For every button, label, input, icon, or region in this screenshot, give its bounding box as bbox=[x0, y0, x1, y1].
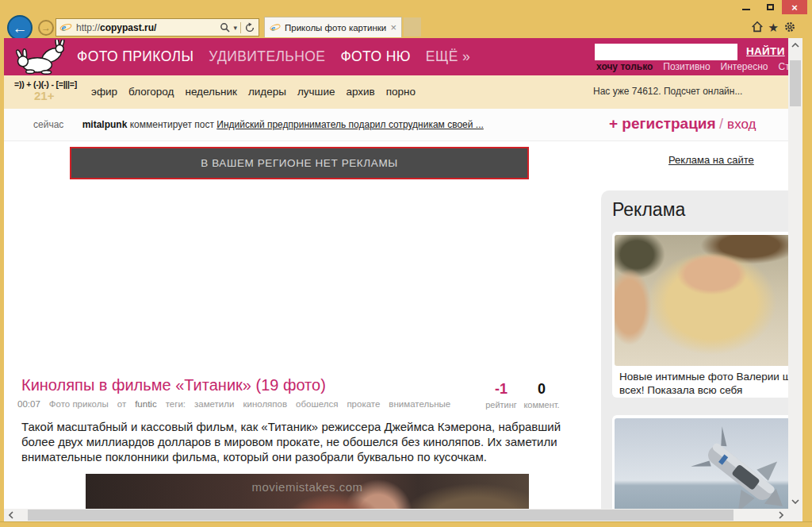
maximize-button[interactable] bbox=[758, 0, 782, 14]
photo-watermark: moviemistakes.com bbox=[86, 480, 529, 494]
ad-photo-woman[interactable] bbox=[615, 235, 788, 366]
menu-item-udivitelnoe[interactable]: УДИВИТЕЛЬНОЕ bbox=[209, 48, 325, 65]
browser-tab[interactable]: e Приколы фото картинки ... × bbox=[264, 17, 402, 37]
register-link[interactable]: + регистрация bbox=[609, 115, 716, 132]
visitors-counter: Нас уже 74612. Подсчет онлайн... bbox=[593, 86, 742, 97]
rating-label: рейтинг bbox=[480, 400, 523, 410]
subnav-item-lidery[interactable]: лидеры bbox=[248, 86, 286, 98]
site-header: ФОТО ПРИКОЛЫ УДИВИТЕЛЬНОЕ ФОТО НЮ ЕЩЁ » … bbox=[4, 38, 788, 75]
refresh-icon[interactable] bbox=[244, 22, 255, 33]
back-button[interactable]: ← bbox=[7, 15, 33, 40]
vertical-scroll-thumb[interactable] bbox=[790, 60, 801, 106]
new-tab-button[interactable] bbox=[404, 17, 421, 37]
menu-item-more[interactable]: ЕЩЁ » bbox=[426, 48, 470, 65]
minimize-button[interactable] bbox=[734, 0, 758, 14]
scroll-right-arrow[interactable] bbox=[774, 509, 788, 521]
sidebar-ad-1[interactable]: Новые интимные фото Валерии шокирова все… bbox=[612, 232, 788, 398]
article-author[interactable]: funtic bbox=[135, 399, 157, 409]
maximize-icon bbox=[767, 4, 774, 10]
url-text[interactable]: http://copypast.ru/ bbox=[76, 22, 220, 33]
article-tag[interactable]: заметили bbox=[194, 399, 234, 409]
site-slogan: =)) + (-)(-) - [=|||=] bbox=[14, 79, 77, 89]
scroll-up-arrow[interactable] bbox=[788, 38, 802, 52]
subnav-item-arhiv[interactable]: архив bbox=[346, 86, 374, 98]
search-input[interactable] bbox=[595, 44, 737, 60]
article-tag[interactable]: прокате bbox=[347, 399, 380, 409]
frame-border bbox=[0, 521, 812, 522]
search-filters: хочу только Позитивно Интересно Страшно … bbox=[596, 61, 788, 72]
subnav-bar: =)) + (-)(-) - [=|||=] 21+ эфир блогород… bbox=[4, 75, 788, 109]
window-controls: × bbox=[734, 0, 807, 14]
scrollbar-corner bbox=[788, 509, 802, 521]
comments-count: 0 bbox=[519, 381, 564, 398]
divider bbox=[240, 22, 241, 33]
menu-item-foto-nu[interactable]: ФОТО НЮ bbox=[340, 48, 410, 65]
chevron-down-icon[interactable]: ▾ bbox=[233, 24, 237, 32]
ticker-bar: сейчас mitalpunk комментирует пост Индий… bbox=[4, 109, 788, 141]
favorites-star-icon[interactable]: ★ bbox=[768, 21, 779, 33]
article-from-label: от bbox=[117, 399, 126, 409]
url-host: copypast.ru/ bbox=[100, 22, 156, 33]
subnav-links: эфир блогород недельник лидеры лучшие ар… bbox=[91, 86, 416, 98]
ie-icon: e bbox=[59, 21, 72, 34]
forward-button[interactable]: → bbox=[38, 20, 54, 36]
age-badge: 21+ bbox=[34, 89, 54, 102]
gear-icon[interactable] bbox=[783, 21, 796, 33]
ticker-now-label: сейчас bbox=[33, 119, 63, 130]
filter-interesting[interactable]: Интересно bbox=[721, 61, 768, 72]
search-icon[interactable] bbox=[220, 22, 230, 33]
svg-text:e: e bbox=[271, 22, 275, 32]
address-bar[interactable]: e http://copypast.ru/ ▾ bbox=[56, 18, 259, 37]
scroll-down-arrow[interactable] bbox=[788, 494, 802, 509]
subnav-item-luchshie[interactable]: лучшие bbox=[297, 86, 335, 98]
article-body: Такой масштабный и кассовый фильм, как «… bbox=[21, 419, 586, 464]
no-ads-text: В ВАШЕМ РЕГИОНЕ НЕТ РЕКЛАМЫ bbox=[201, 157, 398, 169]
minimize-icon bbox=[742, 9, 750, 10]
subnav-item-efir[interactable]: эфир bbox=[91, 86, 117, 98]
ticker-post-link[interactable]: Индийский предприниматель подарил сотруд… bbox=[216, 119, 484, 130]
article-title[interactable]: Киноляпы в фильме «Титаник» (19 фото) bbox=[21, 376, 326, 394]
tab-close-icon[interactable]: × bbox=[390, 21, 396, 33]
rating-block: -1 рейтинг bbox=[480, 381, 523, 410]
article-photo-titanic[interactable]: moviemistakes.com bbox=[86, 474, 529, 509]
login-link[interactable]: вход bbox=[727, 117, 756, 132]
browser-window-frame: × ← → e http://copypast.ru/ ▾ e bbox=[0, 0, 812, 527]
vertical-scrollbar[interactable] bbox=[788, 38, 802, 509]
rating-value: -1 bbox=[480, 381, 523, 398]
article-category[interactable]: Фото приколы bbox=[49, 399, 109, 409]
article-tag[interactable]: внимательные bbox=[389, 399, 450, 409]
sidebar-heading: Реклама bbox=[612, 199, 685, 221]
close-icon: × bbox=[791, 2, 798, 13]
subnav-item-nedelnik[interactable]: недельник bbox=[185, 86, 236, 98]
missile-illustration bbox=[615, 418, 788, 509]
article-tag[interactable]: киноляпов bbox=[243, 399, 287, 409]
comments-block[interactable]: 0 коммент. bbox=[519, 381, 564, 410]
no-ads-banner: В ВАШЕМ РЕГИОНЕ НЕТ РЕКЛАМЫ bbox=[70, 147, 529, 179]
auth-separator: / bbox=[719, 116, 727, 132]
filter-positive[interactable]: Позитивно bbox=[663, 61, 710, 72]
ad-caption[interactable]: Новые интимные фото Валерии шокирова все… bbox=[619, 370, 788, 397]
comments-label: коммент. bbox=[519, 400, 564, 410]
auth-links: + регистрация / вход bbox=[609, 115, 756, 133]
advertise-link[interactable]: Реклама на сайте bbox=[668, 154, 754, 166]
ad-photo-missile[interactable] bbox=[615, 418, 788, 509]
article-time: 00:07 bbox=[17, 399, 40, 409]
forward-arrow-icon: → bbox=[41, 22, 51, 33]
subnav-item-blogorod[interactable]: блогород bbox=[128, 86, 174, 98]
sidebar-ad-2[interactable] bbox=[612, 415, 788, 509]
url-scheme: http:// bbox=[76, 22, 100, 33]
site-logo-rabbits-icon[interactable] bbox=[10, 40, 80, 75]
ticker-username[interactable]: mitalpunk bbox=[82, 119, 128, 130]
horizontal-scrollbar[interactable] bbox=[4, 509, 788, 521]
filter-scary[interactable]: Страшно bbox=[779, 61, 789, 72]
menu-item-foto-prikoly[interactable]: ФОТО ПРИКОЛЫ bbox=[77, 48, 193, 65]
article-tag[interactable]: обошелся bbox=[296, 399, 338, 409]
scroll-left-arrow[interactable] bbox=[4, 509, 18, 521]
find-button[interactable]: НАЙТИ bbox=[746, 45, 785, 57]
home-icon[interactable] bbox=[751, 21, 764, 33]
subnav-item-porno[interactable]: порно bbox=[386, 86, 416, 98]
back-arrow-icon: ← bbox=[13, 21, 28, 36]
main-menu: ФОТО ПРИКОЛЫ УДИВИТЕЛЬНОЕ ФОТО НЮ ЕЩЁ » bbox=[77, 38, 470, 75]
horizontal-scroll-thumb[interactable] bbox=[28, 510, 733, 521]
close-button[interactable]: × bbox=[782, 0, 807, 14]
